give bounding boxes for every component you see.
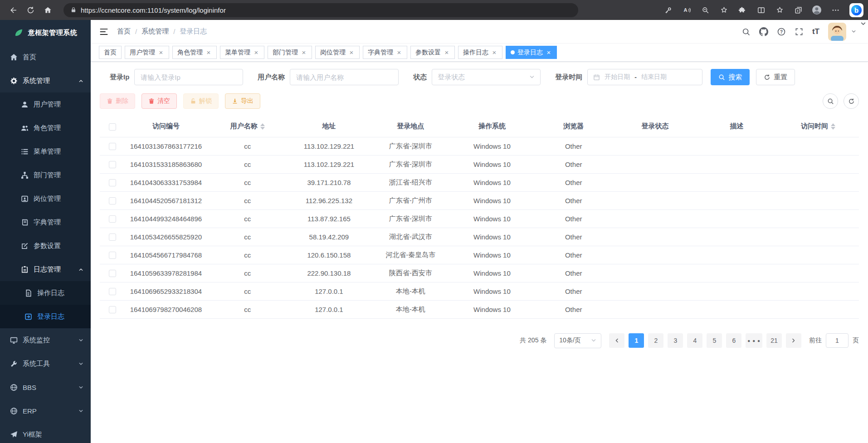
close-icon[interactable] [301,49,307,56]
row-checkbox[interactable] [109,161,116,168]
table-row[interactable]: 1641031533185863680 cc 113.102.129.221 广… [100,155,859,173]
table-row[interactable]: 1641031367863177216 cc 113.102.129.221 广… [100,137,859,155]
tab-home[interactable]: 首页 [99,46,122,59]
close-icon[interactable] [158,49,164,56]
tab-oper-log[interactable]: 操作日志 [458,46,502,59]
chevron-down-icon[interactable] [851,29,856,34]
unlock-button[interactable]: 解锁 [183,93,219,109]
sort-icon[interactable] [831,123,835,130]
close-icon[interactable] [348,49,355,56]
username-input[interactable] [290,69,399,85]
sidebar-item-login-log[interactable]: 登录日志 [0,305,91,328]
sidebar-item-oper-log[interactable]: 操作日志 [0,281,91,305]
sidebar-item-system-monitor[interactable]: 系统监控 [0,328,91,352]
toggle-search-button[interactable] [823,93,838,109]
table-row[interactable]: 1641069798270046208 cc 127.0.0.1 本地-本机 W… [100,300,859,318]
split-screen-button[interactable] [753,3,769,17]
more-pages-button[interactable]: ● ● ● [746,333,762,348]
sidebar-item-log-mgmt[interactable]: 日志管理 [0,258,91,281]
browser-profile-button[interactable] [809,3,825,17]
favorites-button[interactable] [771,3,788,17]
sidebar-item-post-mgmt[interactable]: 岗位管理 [0,187,91,210]
close-icon[interactable] [205,49,212,56]
sidebar-item-erp[interactable]: ERP [0,399,91,423]
sidebar-item-system-tools[interactable]: 系统工具 [0,352,91,375]
row-checkbox[interactable] [109,143,116,150]
favorites-add-button[interactable] [716,3,732,17]
sidebar-item-dict-mgmt[interactable]: 字典管理 [0,210,91,234]
table-row[interactable]: 1641044993248464896 cc 113.87.92.165 广东省… [100,209,859,228]
sidebar-item-system-mgmt[interactable]: 系统管理 [0,69,91,92]
close-icon[interactable] [253,49,259,56]
breadcrumb-system[interactable]: 系统管理 [141,27,169,36]
export-button[interactable]: 导出 [225,93,260,109]
help-icon[interactable] [777,27,786,36]
fullscreen-icon[interactable] [795,27,804,36]
row-checkbox[interactable] [109,306,116,313]
user-avatar[interactable] [828,23,846,41]
col-header-username[interactable]: 用户名称 [207,116,288,137]
close-icon[interactable] [491,49,497,56]
prev-page-button[interactable] [609,333,624,348]
collections-button[interactable] [790,3,806,17]
page-button-last[interactable]: 21 [766,333,782,348]
sidebar-item-user-mgmt[interactable]: 用户管理 [0,92,91,116]
row-checkbox[interactable] [109,288,116,295]
browser-back-button[interactable] [5,2,22,18]
tab-menu-mgmt[interactable]: 菜单管理 [220,46,264,59]
search-icon[interactable] [741,27,751,36]
sort-icon[interactable] [260,123,265,130]
browser-reload-button[interactable] [22,2,39,18]
date-start-placeholder[interactable]: 开始日期 [605,73,630,81]
login-ip-input[interactable] [134,69,243,85]
page-size-select[interactable]: 10条/页 [554,333,601,348]
page-button-2[interactable]: 2 [648,333,663,348]
sidebar-item-param-settings[interactable]: 参数设置 [0,234,91,258]
close-icon[interactable] [444,49,450,56]
tab-login-log[interactable]: 登录日志 [506,46,557,59]
table-row[interactable]: 1641059633978281984 cc 222.90.130.18 陕西省… [100,264,859,282]
sidebar-item-home[interactable]: 首页 [0,45,91,69]
col-header-time[interactable]: 访问时间 [777,116,859,137]
hamburger-icon[interactable] [99,27,109,37]
sidebar-item-dept-mgmt[interactable]: 部门管理 [0,163,91,187]
read-aloud-button[interactable] [678,3,695,17]
table-row[interactable]: 1641054566717984768 cc 120.6.150.158 河北省… [100,246,859,264]
refresh-table-button[interactable] [844,93,859,109]
clear-button[interactable]: 清空 [141,93,177,109]
close-icon[interactable] [546,49,552,56]
address-bar[interactable]: https://ccnetcore.com:1101/system/log/lo… [63,3,578,17]
reset-button[interactable]: 重置 [756,69,795,85]
chevron-down-icon[interactable] [860,21,866,27]
tab-dict-mgmt[interactable]: 字典管理 [363,46,407,59]
row-checkbox[interactable] [109,234,116,241]
delete-button[interactable]: 删除 [100,93,135,109]
row-checkbox[interactable] [109,179,116,186]
tab-role-mgmt[interactable]: 角色管理 [172,46,217,59]
page-button-6[interactable]: 6 [726,333,741,348]
sidebar-item-menu-mgmt[interactable]: 菜单管理 [0,140,91,163]
row-checkbox[interactable] [109,252,116,259]
breadcrumb-home[interactable]: 首页 [117,27,131,36]
github-icon[interactable] [759,27,768,36]
page-button-1[interactable]: 1 [629,333,644,348]
search-button[interactable]: 搜索 [711,69,750,85]
row-checkbox[interactable] [109,270,116,277]
tab-param-settings[interactable]: 参数设置 [410,46,455,59]
page-button-4[interactable]: 4 [687,333,702,348]
zoom-button[interactable] [697,3,713,17]
status-select[interactable]: 登录状态 [432,69,541,85]
table-row[interactable]: 1641053426655825920 cc 58.19.42.209 湖北省-… [100,228,859,246]
bing-sidebar-button[interactable] [849,3,863,17]
close-icon[interactable] [396,49,402,56]
font-size-icon[interactable]: tT [812,28,819,35]
browser-home-button[interactable] [39,2,56,18]
tab-post-mgmt[interactable]: 岗位管理 [315,46,360,59]
sidebar-item-bbs[interactable]: BBS [0,375,91,399]
row-checkbox[interactable] [109,197,116,204]
table-row[interactable]: 1641043063331753984 cc 39.171.210.78 浙江省… [100,173,859,191]
goto-page-input[interactable] [826,333,848,348]
table-row[interactable]: 1641044520567181312 cc 112.96.225.132 广东… [100,191,859,209]
sidebar-item-role-mgmt[interactable]: 角色管理 [0,116,91,140]
table-row[interactable]: 1641069652933218304 cc 127.0.0.1 本地-本机 W… [100,282,859,300]
